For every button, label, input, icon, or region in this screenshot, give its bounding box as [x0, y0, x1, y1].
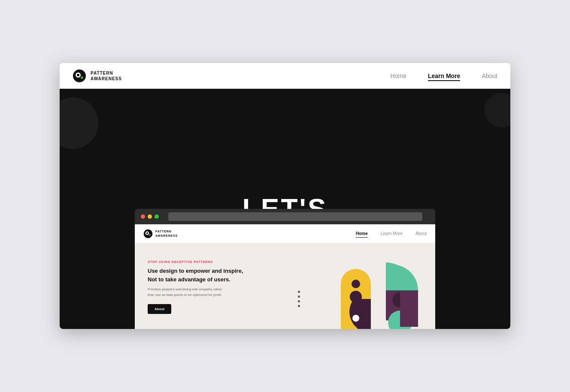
inner-hero-tag: STOP USING DECEPTIVE PATTERNS	[148, 260, 285, 263]
dot-nav-dot-1	[298, 291, 300, 293]
top-nav: PATTERN AWARENESS Home Learn More About	[60, 63, 510, 89]
svg-point-2	[77, 74, 79, 76]
browser-chrome	[135, 209, 435, 224]
shape-illustration	[306, 256, 422, 329]
dot-nav-dot-4	[298, 305, 300, 307]
dot-nav-dot-2	[298, 296, 300, 298]
svg-point-6	[146, 232, 148, 234]
inner-website: PATTERN AWARENESS Home Learn More About …	[135, 224, 435, 329]
dot-nav-dot-3	[298, 300, 300, 302]
inner-logo-area: PATTERN AWARENESS	[143, 229, 356, 238]
nav-link-learn-more[interactable]: Learn More	[428, 72, 460, 79]
hero-circle-left	[60, 97, 98, 149]
inner-logo-text: PATTERN AWARENESS	[155, 229, 178, 237]
inner-hero-illustration	[294, 256, 422, 329]
browser-window: PATTERN AWARENESS Home Learn More About …	[135, 209, 435, 329]
inner-hero-desc: Prioritize people's well-being with empa…	[148, 287, 225, 298]
logo-text: PATTERN AWARENESS	[91, 70, 122, 81]
logo-area: PATTERN AWARENESS	[73, 69, 391, 83]
inner-nav-links: Home Learn More About	[356, 231, 427, 236]
top-nav-links: Home Learn More About	[391, 72, 497, 79]
svg-point-9	[352, 315, 359, 322]
inner-hero-title: Use design to empower and inspire, Not t…	[148, 267, 285, 283]
inner-hero: STOP USING DECEPTIVE PATTERNS Use design…	[135, 243, 435, 329]
inner-about-button[interactable]: About	[148, 304, 171, 314]
browser-dot-green	[155, 214, 159, 219]
svg-point-3	[81, 76, 83, 79]
inner-nav-link-about[interactable]: About	[415, 231, 427, 236]
inner-logo-icon	[143, 229, 153, 238]
svg-point-11	[352, 280, 360, 288]
nav-link-about[interactable]: About	[482, 72, 497, 79]
svg-rect-15	[400, 290, 418, 327]
main-window: PATTERN AWARENESS Home Learn More About …	[60, 63, 510, 329]
inner-nav-link-home[interactable]: Home	[356, 231, 368, 236]
inner-nav-link-learn-more[interactable]: Learn More	[381, 231, 403, 236]
browser-dot-yellow	[148, 214, 152, 219]
hero-circle-right	[485, 93, 510, 127]
svg-point-10	[350, 291, 362, 303]
svg-point-7	[149, 234, 151, 235]
browser-dot-red	[141, 214, 145, 219]
dot-nav	[298, 291, 300, 307]
hero-section: LET'S	[60, 89, 510, 329]
inner-nav: PATTERN AWARENESS Home Learn More About	[135, 224, 435, 243]
nav-link-home[interactable]: Home	[391, 72, 406, 79]
browser-address-bar	[168, 212, 422, 221]
inner-hero-text: STOP USING DECEPTIVE PATTERNS Use design…	[148, 256, 285, 329]
logo-icon	[73, 69, 86, 83]
